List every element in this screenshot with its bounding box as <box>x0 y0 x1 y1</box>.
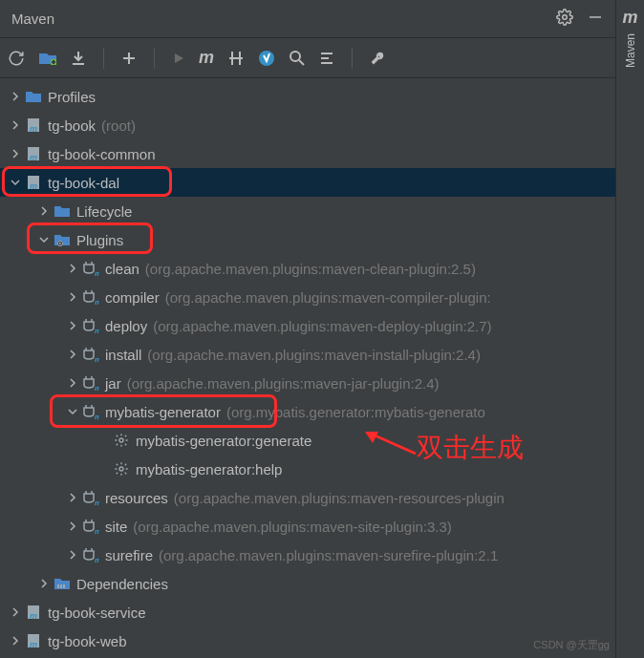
chevron-right-icon[interactable] <box>67 263 78 274</box>
tree-hint: (org.apache.maven.plugins:maven-site-plu… <box>133 519 452 535</box>
tree-hint: (org.apache.maven.plugins:maven-resource… <box>174 490 504 506</box>
minimize-icon[interactable] <box>587 9 604 29</box>
tree-row-plugin[interactable]: m resources (org.apache.maven.plugins:ma… <box>0 483 615 512</box>
svg-rect-7 <box>123 57 135 59</box>
gear-icon <box>113 461 130 477</box>
chevron-right-icon[interactable] <box>67 320 78 331</box>
tree-label: clean <box>105 261 140 277</box>
chevron-right-icon[interactable] <box>10 119 21 131</box>
right-sidebar[interactable]: m Maven <box>615 0 644 658</box>
offline-icon[interactable] <box>258 50 275 67</box>
generate-sources-icon[interactable] <box>38 51 57 66</box>
chevron-down-icon[interactable] <box>67 406 78 417</box>
chevron-right-icon[interactable] <box>38 205 50 217</box>
tree-label: mybatis-generator:generate <box>136 433 311 449</box>
chevron-right-icon[interactable] <box>67 349 78 360</box>
tree-row-profiles[interactable]: Profiles <box>0 82 615 111</box>
tree-label: jar <box>105 375 121 392</box>
tree-row-plugin-expanded[interactable]: m mybatis-generator (org.mybatis.generat… <box>0 397 615 426</box>
tree-row-module[interactable]: m tg-book (root) <box>0 111 615 139</box>
svg-point-10 <box>259 51 274 66</box>
chevron-right-icon[interactable] <box>10 91 21 102</box>
maven-module-icon: m <box>25 175 42 190</box>
chevron-right-icon[interactable] <box>10 606 21 618</box>
plugin-icon: m <box>82 375 99 391</box>
maven-m-icon[interactable]: m <box>199 48 214 68</box>
svg-text:m: m <box>30 124 37 133</box>
chevron-right-icon[interactable] <box>67 520 78 532</box>
chevron-right-icon[interactable] <box>67 377 78 389</box>
svg-text:m: m <box>30 611 37 620</box>
tree-label: deploy <box>105 318 147 334</box>
chevron-right-icon[interactable] <box>10 148 21 159</box>
svg-point-31 <box>119 467 123 471</box>
search-icon[interactable] <box>289 50 306 67</box>
chevron-right-icon[interactable] <box>67 291 78 303</box>
panel-title: Maven <box>11 11 543 27</box>
folder-gear-icon <box>54 232 71 247</box>
svg-text:m: m <box>95 355 99 362</box>
tree-row-plugin[interactable]: m surefire (org.apache.maven.plugins:mav… <box>0 541 615 569</box>
svg-text:m: m <box>30 153 37 161</box>
tree-row-plugin[interactable]: m jar (org.apache.maven.plugins:maven-ja… <box>0 369 615 397</box>
svg-point-23 <box>59 243 61 244</box>
tree-label: compiler <box>105 289 160 306</box>
watermark: CSDN @天罡gg <box>533 638 610 652</box>
tree-label: tg-book <box>48 117 96 134</box>
plugin-icon: m <box>82 261 99 276</box>
tree-row-module[interactable]: m tg-book-common <box>0 139 615 168</box>
separator <box>352 48 353 69</box>
run-icon[interactable] <box>172 52 185 65</box>
tree-label: tg-book-dal <box>48 175 119 191</box>
collapse-icon[interactable] <box>319 51 334 66</box>
svg-text:m: m <box>30 640 37 648</box>
tree-row-dependencies[interactable]: Dependencies <box>0 569 615 598</box>
tree-row-plugin[interactable]: m compiler (org.apache.maven.plugins:mav… <box>0 283 615 311</box>
project-tree[interactable]: Profiles m tg-book (root) m tg-book-comm… <box>0 78 615 658</box>
chevron-right-icon[interactable] <box>67 549 78 561</box>
skip-tests-icon[interactable] <box>227 50 245 67</box>
chevron-right-icon[interactable] <box>10 635 21 647</box>
wrench-icon[interactable] <box>370 50 387 67</box>
tree-label: Lifecycle <box>76 203 132 220</box>
tree-row-module-selected[interactable]: m tg-book-dal <box>0 168 615 197</box>
tree-row-plugin[interactable]: m deploy (org.apache.maven.plugins:maven… <box>0 311 615 340</box>
tree-label: mybatis-generator <box>105 404 221 420</box>
tree-row-plugin[interactable]: m clean (org.apache.maven.plugins:maven-… <box>0 254 615 283</box>
gear-icon <box>113 433 130 448</box>
svg-text:m: m <box>95 384 99 391</box>
svg-rect-1 <box>590 16 601 18</box>
folder-lib-icon <box>54 576 71 591</box>
chevron-right-icon[interactable] <box>38 578 50 589</box>
tree-hint: (org.apache.maven.plugins:maven-install-… <box>147 347 481 363</box>
right-tab-label: Maven <box>624 33 637 68</box>
add-icon[interactable] <box>121 51 137 66</box>
plugin-icon: m <box>82 318 99 333</box>
tree-row-goal[interactable]: mybatis-generator:help <box>0 455 615 483</box>
tree-row-lifecycle[interactable]: Lifecycle <box>0 197 615 225</box>
tree-label: Profiles <box>48 89 96 105</box>
maven-module-icon: m <box>25 633 42 648</box>
svg-rect-37 <box>63 584 65 588</box>
chevron-down-icon[interactable] <box>10 177 21 188</box>
refresh-icon[interactable] <box>8 50 25 67</box>
tree-row-plugin[interactable]: m install (org.apache.maven.plugins:mave… <box>0 340 615 369</box>
tree-hint: (org.apache.maven.plugins:maven-surefire… <box>159 547 498 563</box>
tree-row-plugin[interactable]: m site (org.apache.maven.plugins:maven-s… <box>0 512 615 541</box>
tree-hint: (org.mybatis.generator:mybatis-generato <box>226 404 485 420</box>
chevron-down-icon[interactable] <box>38 234 50 245</box>
tree-label: tg-book-web <box>48 633 127 649</box>
svg-point-30 <box>119 438 123 442</box>
svg-rect-4 <box>52 61 55 63</box>
tree-row-goal[interactable]: mybatis-generator:generate <box>0 426 615 455</box>
svg-point-0 <box>563 15 568 20</box>
maven-module-icon: m <box>25 605 42 620</box>
settings-icon[interactable] <box>556 9 573 29</box>
maven-module-icon: m <box>25 146 42 161</box>
tree-row-plugins[interactable]: Plugins <box>0 225 615 254</box>
tree-hint: (root) <box>101 117 136 134</box>
chevron-right-icon[interactable] <box>67 492 78 503</box>
tree-row-module[interactable]: m tg-book-web <box>0 626 615 655</box>
tree-row-module[interactable]: m tg-book-service <box>0 598 615 626</box>
download-icon[interactable] <box>71 51 86 66</box>
